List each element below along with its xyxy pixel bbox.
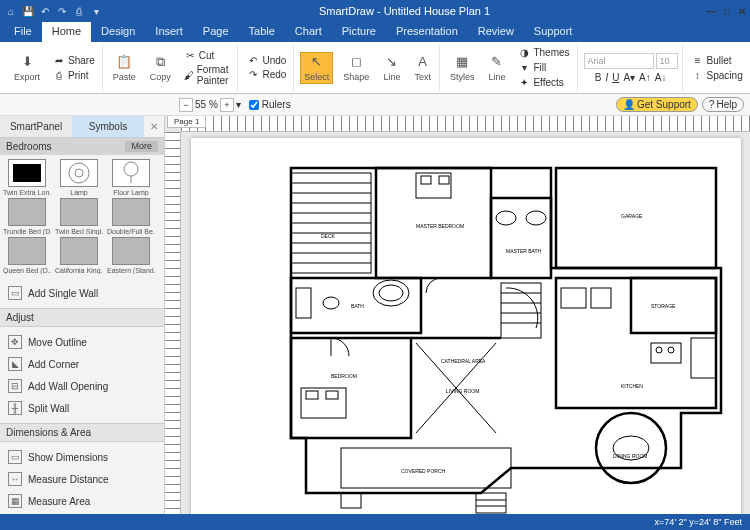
font-size-input[interactable]: [656, 53, 678, 69]
tab-page[interactable]: Page: [193, 22, 239, 42]
qat-home-icon[interactable]: ⌂: [4, 4, 18, 18]
palette-item[interactable]: California King..: [54, 237, 104, 274]
more-button[interactable]: More: [125, 141, 158, 152]
quick-access-toolbar: ⌂ 💾 ↶ ↷ ⎙ ▾: [4, 4, 103, 18]
palette-item[interactable]: Queen Bed (D..: [2, 237, 52, 274]
palette-item[interactable]: Twin Extra Lon..: [2, 159, 52, 196]
svg-rect-31: [296, 288, 311, 318]
cut-button[interactable]: ✂Cut: [181, 48, 234, 62]
svg-text:BEDROOM: BEDROOM: [331, 373, 357, 379]
measure-area-button[interactable]: ▦Measure Area: [0, 490, 164, 512]
smartpanel-tab[interactable]: SmartPanel: [0, 116, 72, 137]
tab-support[interactable]: Support: [524, 22, 583, 42]
fill-button[interactable]: ▾Fill: [515, 61, 572, 75]
styles-button[interactable]: ▦Styles: [446, 52, 479, 84]
zoom-in-button[interactable]: +: [220, 98, 234, 112]
corner-icon: ◣: [8, 357, 22, 371]
zoom-dropdown-icon[interactable]: ▾: [236, 99, 241, 110]
maximize-icon[interactable]: □: [724, 6, 730, 17]
undo-button[interactable]: ↶Undo: [244, 54, 289, 68]
drawing-sheet[interactable]: DECK MASTER BEDROOM MASTER BATH GARAGE: [191, 138, 741, 514]
tab-picture[interactable]: Picture: [332, 22, 386, 42]
close-icon[interactable]: ✕: [738, 6, 746, 17]
print-button[interactable]: ⎙Print: [50, 68, 98, 82]
page-tab[interactable]: Page 1: [167, 116, 206, 128]
tab-table[interactable]: Table: [239, 22, 285, 42]
bullet-button[interactable]: ≡Bullet: [689, 53, 746, 67]
line-style-button[interactable]: ✎Line: [484, 52, 509, 84]
italic-icon[interactable]: I: [605, 72, 608, 83]
shrink-font-icon[interactable]: A↓: [655, 72, 667, 83]
svg-rect-67: [341, 493, 361, 508]
svg-point-23: [496, 211, 516, 225]
format-painter-button[interactable]: 🖌Format Painter: [181, 63, 234, 87]
grow-font-icon[interactable]: A↑: [639, 72, 651, 83]
tab-presentation[interactable]: Presentation: [386, 22, 468, 42]
qat-save-icon[interactable]: 💾: [21, 4, 35, 18]
bullet-icon: ≡: [692, 54, 704, 66]
spacing-icon: ↕: [692, 69, 704, 81]
underline-icon[interactable]: U: [612, 72, 619, 83]
spacing-button[interactable]: ↕Spacing: [689, 68, 746, 82]
tab-chart[interactable]: Chart: [285, 22, 332, 42]
copy-button[interactable]: ⧉Copy: [146, 52, 175, 84]
select-button[interactable]: ↖Select: [300, 52, 333, 84]
qat-undo-icon[interactable]: ↶: [38, 4, 52, 18]
add-opening-button[interactable]: ⊟Add Wall Opening: [0, 375, 164, 397]
qat-redo-icon[interactable]: ↷: [55, 4, 69, 18]
font-family-input[interactable]: [584, 53, 654, 69]
qat-print-icon[interactable]: ⎙: [72, 4, 86, 18]
tab-home[interactable]: Home: [42, 22, 91, 42]
palette-item[interactable]: Lamp: [54, 159, 104, 196]
paste-icon: 📋: [116, 54, 132, 70]
view-toolbar: − 55 % + ▾ Rulers 👤Get Support ?Help: [0, 94, 750, 116]
palette-item[interactable]: Floor Lamp: [106, 159, 156, 196]
add-wall-button[interactable]: ▭Add Single Wall: [0, 282, 164, 304]
share-button[interactable]: ➦Share: [50, 53, 98, 67]
add-corner-button[interactable]: ◣Add Corner: [0, 353, 164, 375]
shape-button[interactable]: ◻Shape: [339, 52, 373, 84]
svg-point-55: [656, 347, 662, 353]
themes-button[interactable]: ◑Themes: [515, 46, 572, 60]
svg-text:DINING ROOM: DINING ROOM: [613, 453, 647, 459]
tab-design[interactable]: Design: [91, 22, 145, 42]
panel-close-icon[interactable]: ✕: [144, 116, 164, 137]
tab-file[interactable]: File: [4, 22, 42, 42]
palette-item[interactable]: Trundle Bed (D..: [2, 198, 52, 235]
svg-text:KITCHEN: KITCHEN: [621, 383, 643, 389]
measure-distance-button[interactable]: ↔Measure Distance: [0, 468, 164, 490]
palette-item[interactable]: Eastern (Stand..: [106, 237, 156, 274]
get-support-button[interactable]: 👤Get Support: [616, 97, 698, 112]
help-icon: ?: [709, 99, 715, 110]
main-area: SmartPanel Symbols ✕ Bedrooms More Twin …: [0, 116, 750, 514]
bold-icon[interactable]: B: [595, 72, 602, 83]
move-outline-button[interactable]: ✥Move Outline: [0, 331, 164, 353]
themes-icon: ◑: [518, 47, 530, 59]
text-button[interactable]: AText: [410, 52, 435, 84]
tab-review[interactable]: Review: [468, 22, 524, 42]
palette-item[interactable]: Double/Full Be..: [106, 198, 156, 235]
qat-more-icon[interactable]: ▾: [89, 4, 103, 18]
dimensions-header: Dimensions & Area: [0, 423, 164, 442]
drawing-page[interactable]: DECK MASTER BEDROOM MASTER BATH GARAGE: [181, 132, 750, 514]
effects-button[interactable]: ✦Effects: [515, 76, 572, 90]
svg-rect-52: [561, 288, 586, 308]
export-button[interactable]: ⬇Export: [10, 52, 44, 84]
rulers-checkbox[interactable]: Rulers: [249, 99, 291, 110]
show-dimensions-button[interactable]: ▭Show Dimensions: [0, 446, 164, 468]
svg-rect-0: [13, 164, 41, 182]
undo-icon: ↶: [247, 55, 259, 67]
zoom-out-button[interactable]: −: [179, 98, 193, 112]
tab-insert[interactable]: Insert: [145, 22, 193, 42]
floor-plan[interactable]: DECK MASTER BEDROOM MASTER BATH GARAGE: [191, 138, 741, 514]
help-button[interactable]: ?Help: [702, 97, 744, 112]
fontcolor-icon[interactable]: A▾: [623, 72, 635, 83]
line-button[interactable]: ↘Line: [379, 52, 404, 84]
redo-button[interactable]: ↷Redo: [244, 68, 289, 82]
split-wall-button[interactable]: ╫Split Wall: [0, 397, 164, 419]
paste-button[interactable]: 📋Paste: [109, 52, 140, 84]
redo-icon: ↷: [247, 69, 259, 81]
palette-item[interactable]: Twin Bed Singl..: [54, 198, 104, 235]
symbols-tab[interactable]: Symbols: [72, 116, 144, 137]
minimize-icon[interactable]: —: [706, 6, 716, 17]
